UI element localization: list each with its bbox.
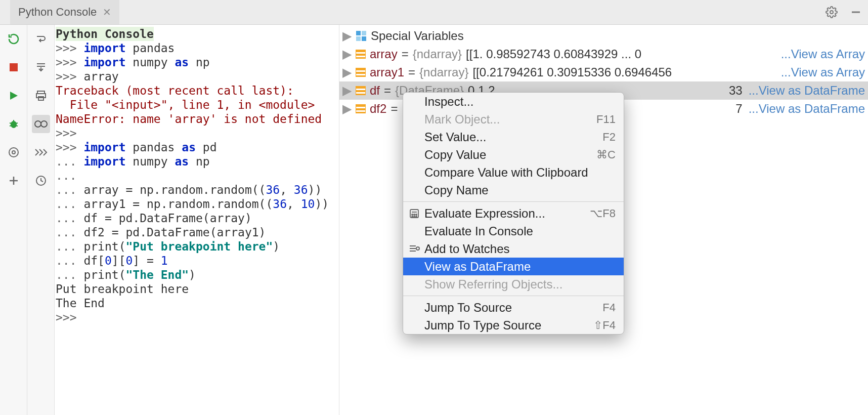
menu-item[interactable]: Copy Value⌘C [403, 146, 624, 163]
object-icon [356, 68, 366, 77]
menu-item[interactable]: Set Value...F2 [403, 128, 624, 146]
softwrap-icon[interactable] [32, 30, 50, 48]
console-line: ... print("The End") [55, 268, 339, 282]
menu-item[interactable]: Jump To Type Source⇧F4 [403, 316, 624, 334]
history-icon[interactable] [32, 172, 50, 190]
menu-separator [403, 201, 624, 202]
settings-gear-icon[interactable] [819, 0, 844, 24]
variable-name: df2 [370, 102, 386, 116]
view-as-link[interactable]: ...View as DataFrame [749, 102, 865, 116]
variable-row[interactable]: ▶Special Variables [339, 27, 868, 45]
tab-label: Python Console [18, 6, 97, 19]
svg-point-34 [414, 216, 415, 217]
stop-icon[interactable] [5, 58, 23, 76]
menu-item-shortcut: ⇧F4 [593, 319, 616, 332]
svg-point-10 [12, 151, 15, 154]
menu-item-shortcut: ⌘C [596, 148, 616, 161]
variable-type: {ndarray} [419, 65, 468, 79]
scroll-to-end-icon[interactable] [32, 58, 50, 76]
new-console-icon[interactable] [5, 172, 23, 190]
variable-name: array [370, 47, 398, 61]
menu-item[interactable]: View as DataFrame [403, 258, 624, 275]
variable-row[interactable]: ▶array1 = {ndarray} [[0.21794261 0.30915… [339, 63, 868, 81]
menu-item[interactable]: Evaluate In Console [403, 222, 624, 240]
menu-item: Show Referring Objects... [403, 275, 624, 293]
menu-item[interactable]: Copy Name [403, 181, 624, 199]
svg-line-7 [16, 123, 18, 123]
watches-icon [408, 243, 420, 255]
expand-triangle-icon[interactable]: ▶ [342, 29, 352, 43]
variable-type: {ndarray} [413, 47, 462, 61]
svg-point-30 [412, 214, 413, 215]
menu-item-label: Copy Value [424, 148, 486, 162]
svg-rect-25 [362, 31, 366, 35]
menu-item-shortcut: F11 [596, 113, 616, 126]
svg-rect-27 [362, 36, 366, 41]
console-line: File "<input>", line 1, in <module> [55, 98, 339, 112]
minimize-icon[interactable] [844, 0, 868, 24]
menu-item[interactable]: Evaluate Expression...⌥F8 [403, 204, 624, 222]
console-line: >>> array [55, 69, 339, 84]
svg-point-31 [414, 214, 415, 215]
menu-item-label: Copy Name [424, 183, 489, 197]
variable-label: Special Variables [371, 29, 464, 43]
object-icon [356, 104, 366, 113]
menu-item[interactable]: Add to Watches [403, 240, 624, 258]
view-as-link[interactable]: ...View as Array [781, 65, 865, 79]
browse-history-icon[interactable] [32, 143, 50, 161]
expand-triangle-icon[interactable]: ▶ [342, 84, 352, 98]
console-line: ... df2 = pd.DataFrame(array1) [55, 225, 339, 239]
svg-rect-2 [10, 63, 18, 71]
show-variables-icon[interactable] [32, 115, 50, 133]
console-output[interactable]: Python Console>>> import pandas>>> impor… [55, 25, 339, 415]
svg-point-39 [416, 247, 419, 250]
view-as-link[interactable]: ...View as DataFrame [749, 84, 865, 98]
tab-python-console[interactable]: Python Console ✕ [10, 0, 119, 24]
menu-item-shortcut: F4 [602, 301, 616, 314]
console-settings-icon[interactable] [5, 143, 23, 161]
svg-marker-3 [10, 92, 18, 100]
menu-item-label: Set Value... [424, 130, 486, 144]
svg-rect-26 [356, 36, 361, 41]
svg-point-35 [416, 216, 417, 217]
variable-name: df [370, 84, 380, 98]
console-line: >>> import pandas as pd [55, 140, 339, 154]
view-as-link[interactable]: ...View as Array [781, 47, 865, 61]
variable-name: array1 [370, 65, 404, 79]
menu-item-label: Add to Watches [424, 242, 510, 256]
calculator-icon [408, 208, 420, 220]
menu-item-label: View as DataFrame [424, 260, 531, 274]
menu-item-shortcut: F2 [602, 131, 616, 144]
variable-value: [[1. 0.98592743 0.60843929 ... 0 [466, 47, 641, 61]
svg-rect-24 [356, 31, 361, 35]
console-line: ... print("Put breakpoint here") [55, 239, 339, 254]
variable-value: [[0.21794261 0.30915336 0.6946456 [472, 65, 672, 79]
console-line: ... df[0][0] = 1 [55, 254, 339, 268]
expand-triangle-icon[interactable]: ▶ [342, 47, 352, 61]
menu-item-label: Compare Value with Clipboard [424, 165, 588, 180]
expand-triangle-icon[interactable]: ▶ [342, 102, 352, 116]
rerun-icon[interactable] [5, 30, 23, 48]
menu-item[interactable]: Jump To SourceF4 [403, 299, 624, 316]
menu-item[interactable]: Compare Value with Clipboard [403, 163, 624, 181]
svg-line-8 [10, 126, 12, 126]
menu-item[interactable]: Inspect... [403, 93, 624, 110]
variable-row[interactable]: ▶array = {ndarray} [[1. 0.98592743 0.608… [339, 45, 868, 63]
action-column [0, 25, 27, 415]
console-line: ... array = np.random.random((36, 36)) [55, 183, 339, 197]
console-line: >>> import numpy as np [55, 55, 339, 69]
console-line: The End [55, 296, 339, 310]
menu-separator [403, 296, 624, 296]
console-line: Put breakpoint here [55, 282, 339, 296]
console-line: >>> import pandas [55, 41, 339, 55]
svg-line-6 [10, 123, 12, 123]
svg-line-9 [16, 126, 18, 126]
console-line: ... array1 = np.random.random((36, 10)) [55, 197, 339, 211]
debug-icon[interactable] [5, 115, 23, 133]
console-line: ... import numpy as np [55, 154, 339, 169]
close-icon[interactable]: ✕ [103, 6, 111, 18]
run-icon[interactable] [5, 87, 23, 105]
menu-item-label: Evaluate In Console [424, 224, 533, 238]
expand-triangle-icon[interactable]: ▶ [342, 65, 352, 79]
print-icon[interactable] [32, 87, 50, 105]
